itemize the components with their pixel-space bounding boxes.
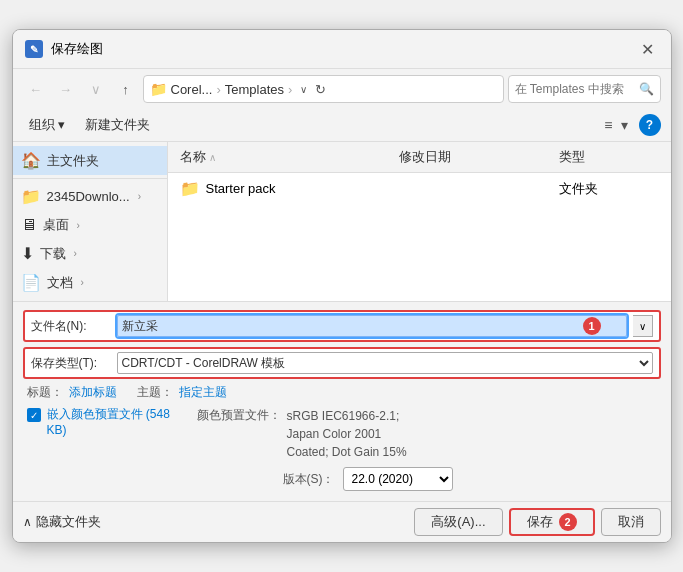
version-select[interactable]: 22.0 (2020)21.0 (2019)20.0 (2018): [343, 467, 453, 491]
up-button[interactable]: ↑: [113, 76, 139, 102]
sidebar-item-downloads-label: 2345Downlo...: [47, 189, 130, 204]
filetype-select[interactable]: CDRT/CDT - CorelDRAW 模板: [117, 352, 653, 374]
col-name[interactable]: 名称 ∧: [180, 146, 399, 168]
hide-folders-button[interactable]: ∧ 隐藏文件夹: [23, 513, 101, 531]
filename-row: 文件名(N): 1 ∨: [23, 310, 661, 342]
sidebar-arrow-desktop: ›: [77, 220, 80, 231]
docs-icon: 📄: [21, 273, 41, 292]
back-button[interactable]: ←: [23, 76, 49, 102]
options-row: ✓ 嵌入颜色预置文件 (548 KB) 颜色预置文件： sRGB IEC6196…: [23, 407, 661, 461]
sidebar-item-downloads[interactable]: 📁 2345Downlo... ›: [13, 182, 167, 211]
folder-downloads-icon: 📁: [21, 187, 41, 206]
color-preset-label: 颜色预置文件：: [197, 407, 281, 424]
crumb1: Corel...: [171, 82, 213, 97]
search-input[interactable]: [515, 82, 635, 96]
hide-folders-icon: ∧: [23, 515, 32, 529]
theme-link[interactable]: 指定主题: [179, 384, 227, 401]
theme-label: 主题：: [137, 384, 173, 401]
breadcrumb: Corel... › Templates ›: [171, 82, 293, 97]
main-content: 🏠 主文件夹 📁 2345Downlo... › 🖥 桌面 › ⬇ 下载 › 📄: [13, 142, 671, 301]
sidebar: 🏠 主文件夹 📁 2345Downlo... › 🖥 桌面 › ⬇ 下载 › 📄: [13, 142, 168, 301]
search-box: 🔍: [508, 75, 661, 103]
hide-folders-label: 隐藏文件夹: [36, 513, 101, 531]
filename-label: 文件名(N):: [31, 318, 111, 335]
col-type[interactable]: 类型: [559, 146, 659, 168]
address-dropdown-button[interactable]: ∨: [300, 84, 307, 95]
advanced-button[interactable]: 高级(A)...: [414, 508, 502, 536]
file-area: 名称 ∧ 修改日期 类型 📁 Starter pack 文件夹: [168, 142, 671, 301]
sort-arrow: ∧: [209, 152, 216, 163]
dropdown-button[interactable]: ∨: [83, 76, 109, 102]
search-icon: 🔍: [639, 82, 654, 96]
forward-button[interactable]: →: [53, 76, 79, 102]
view-icon-button[interactable]: ≡: [601, 114, 615, 136]
filename-input-wrapper: 1: [117, 315, 627, 337]
view-dropdown-button[interactable]: ▾: [618, 114, 631, 136]
crumb-separator1: ›: [216, 82, 220, 97]
save-label: 保存: [527, 513, 553, 531]
sidebar-item-desktop-label: 桌面: [43, 216, 69, 234]
sidebar-item-docs[interactable]: 📄 文档 ›: [13, 268, 167, 297]
sidebar-arrow-docs: ›: [81, 277, 84, 288]
subject-group: 标题： 添加标题: [27, 384, 117, 401]
dialog-title: 保存绘图: [51, 40, 629, 58]
sidebar-item-home[interactable]: 🏠 主文件夹: [13, 146, 167, 175]
save-dialog: ✎ 保存绘图 ✕ ← → ∨ ↑ 📁 Corel... › Templates …: [12, 29, 672, 543]
title-bar: ✎ 保存绘图 ✕: [13, 30, 671, 69]
help-button[interactable]: ?: [639, 114, 661, 136]
crumb-separator2: ›: [288, 82, 292, 97]
meta-row: 标题： 添加标题 主题： 指定主题: [23, 384, 661, 401]
sidebar-item-docs-label: 文档: [47, 274, 73, 292]
refresh-button[interactable]: ↻: [315, 82, 326, 97]
col-date[interactable]: 修改日期: [399, 146, 559, 168]
action-buttons: ∧ 隐藏文件夹 高级(A)... 保存 2 取消: [13, 501, 671, 542]
sidebar-item-dl-label: 下载: [40, 245, 66, 263]
download-icon: ⬇: [21, 244, 34, 263]
crumb2: Templates: [225, 82, 284, 97]
folder-icon: 📁: [150, 81, 167, 97]
color-preset-value: sRGB IEC61966-2.1; Japan Color 2001 Coat…: [287, 407, 407, 461]
new-folder-button[interactable]: 新建文件夹: [79, 113, 156, 137]
file-name-label: Starter pack: [206, 181, 276, 196]
desktop-icon: 🖥: [21, 216, 37, 234]
theme-group: 主题： 指定主题: [137, 384, 227, 401]
save-button[interactable]: 保存 2: [509, 508, 595, 536]
app-icon: ✎: [25, 40, 43, 58]
view-buttons: ≡ ▾: [601, 114, 630, 136]
filetype-row: 保存类型(T): CDRT/CDT - CorelDRAW 模板: [23, 347, 661, 379]
row-folder-icon: 📁: [180, 179, 200, 198]
sidebar-item-dl[interactable]: ⬇ 下载 ›: [13, 239, 167, 268]
action-right-buttons: 高级(A)... 保存 2 取消: [414, 508, 660, 536]
sidebar-item-desktop[interactable]: 🖥 桌面 ›: [13, 211, 167, 239]
sidebar-item-home-label: 主文件夹: [47, 152, 99, 170]
embed-label: 嵌入颜色预置文件 (548 KB): [47, 407, 177, 438]
cancel-button[interactable]: 取消: [601, 508, 661, 536]
sidebar-arrow-dl: ›: [74, 248, 77, 259]
subject-link[interactable]: 添加标题: [69, 384, 117, 401]
filename-dropdown-button[interactable]: ∨: [633, 315, 653, 337]
subject-label: 标题：: [27, 384, 63, 401]
home-icon: 🏠: [21, 151, 41, 170]
file-list-header: 名称 ∧ 修改日期 类型: [168, 142, 671, 173]
filetype-select-wrapper: CDRT/CDT - CorelDRAW 模板: [117, 352, 653, 374]
version-label: 版本(S)：: [283, 471, 335, 488]
address-bar: 📁 Corel... › Templates › ∨ ↻: [143, 75, 504, 103]
embed-group: ✓ 嵌入颜色预置文件 (548 KB): [27, 407, 177, 438]
actions-bar: 组织 ▾ 新建文件夹 ≡ ▾ ?: [13, 109, 671, 142]
file-name-cell: 📁 Starter pack: [180, 179, 399, 198]
table-row[interactable]: 📁 Starter pack 文件夹: [168, 173, 671, 204]
badge-2: 2: [559, 513, 577, 531]
sidebar-arrow-downloads: ›: [138, 191, 141, 202]
file-type-cell: 文件夹: [559, 180, 659, 198]
organize-button[interactable]: 组织 ▾: [23, 113, 72, 137]
nav-toolbar: ← → ∨ ↑ 📁 Corel... › Templates › ∨ ↻ 🔍: [13, 69, 671, 109]
embed-checkbox[interactable]: ✓: [27, 408, 41, 422]
close-button[interactable]: ✕: [637, 38, 659, 60]
filetype-label: 保存类型(T):: [31, 355, 111, 372]
color-group: 颜色预置文件： sRGB IEC61966-2.1; Japan Color 2…: [197, 407, 407, 461]
bottom-section: 文件名(N): 1 ∨ 保存类型(T): CDRT/CDT - CorelDRA…: [13, 301, 671, 501]
badge-1: 1: [583, 317, 601, 335]
version-row: 版本(S)： 22.0 (2020)21.0 (2019)20.0 (2018): [23, 467, 661, 491]
filename-input[interactable]: [117, 315, 627, 337]
